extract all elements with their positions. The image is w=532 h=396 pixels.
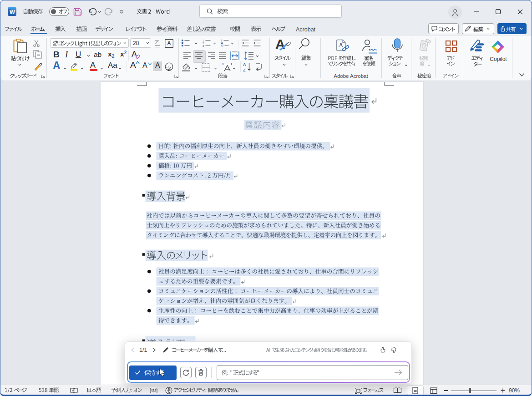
svg-text:3: 3	[203, 45, 204, 47]
svg-text:1: 1	[221, 39, 222, 42]
svg-text:W: W	[10, 9, 15, 15]
svg-text:A: A	[243, 62, 246, 67]
svg-text:Z: Z	[243, 68, 246, 72]
